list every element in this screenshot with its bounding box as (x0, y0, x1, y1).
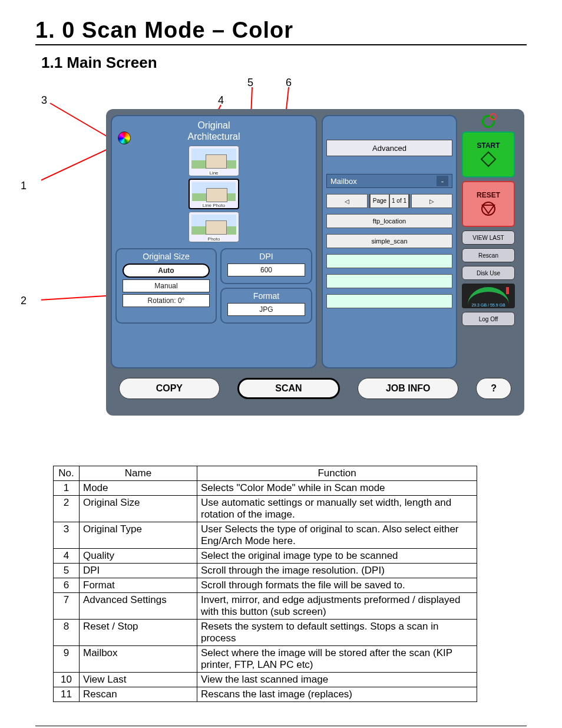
table-row: 1ModeSelects "Color Mode" while in Scan … (54, 481, 477, 496)
cell-func: Selects "Color Mode" while in Scan mode (197, 481, 477, 496)
callout-4: 4 (218, 94, 224, 107)
status-ring-icon (482, 115, 495, 128)
dpi-value-button[interactable]: 600 (227, 263, 305, 276)
start-button[interactable]: START (462, 131, 515, 177)
bottom-nav: COPY SCAN JOB INFO ? (111, 374, 520, 403)
mailbox-collapse-icon[interactable]: - (437, 176, 448, 186)
rotation-button[interactable]: Rotation: 0° (123, 294, 210, 307)
quality-thumbs: Line Line Photo Photo (115, 146, 312, 242)
cell-name: Mailbox (80, 646, 197, 673)
start-icon (480, 151, 497, 167)
callout-2: 2 (21, 295, 27, 307)
thumb-line-photo[interactable]: Line Photo (189, 179, 239, 209)
disk-gauge: 29.3 GB / 55.9 GB (462, 284, 515, 308)
cell-name: Mode (80, 481, 197, 496)
cell-name: Rescan (80, 687, 197, 702)
th-no: No. (54, 466, 80, 481)
table-row: 4QualitySelect the original image type t… (54, 549, 477, 564)
annotated-screenshot: 5 6 3 4 7 1 8 9 10 2 11 (41, 77, 527, 430)
cell-no: 4 (54, 549, 80, 564)
original-size-title: Original Size (120, 252, 212, 261)
table-row: 2Original SizeUse automatic settings or … (54, 496, 477, 522)
dpi-title: DPI (225, 252, 308, 261)
cell-func: Select where the image will be stored af… (197, 646, 477, 673)
thumb-photo[interactable]: Photo (189, 212, 239, 242)
mailbox-title: Mailbox (330, 177, 357, 186)
th-func: Function (197, 466, 477, 481)
nav-copy-button[interactable]: COPY (119, 378, 220, 399)
format-title: Format (225, 291, 308, 301)
mailbox-location-ftp[interactable]: ftp_location (326, 214, 452, 228)
side-button-column: START RESET VIEW LAST Rescan Disk Use 29… (462, 115, 515, 368)
cell-func: Use automatic settings or manually set w… (197, 496, 477, 522)
cell-name: Format (80, 578, 197, 593)
rescan-button[interactable]: Rescan (462, 248, 515, 262)
mailbox-header[interactable]: Mailbox - (326, 174, 452, 188)
reset-button[interactable]: RESET (462, 181, 515, 227)
table-row: 7Advanced SettingsInvert, mirror, and ed… (54, 593, 477, 620)
mailbox-pager: ◁ Page 1 of 1 ▷ (326, 194, 452, 208)
cell-no: 7 (54, 593, 80, 620)
cell-no: 11 (54, 687, 80, 702)
cell-name: Quality (80, 549, 197, 564)
original-title-2: Architectural (115, 131, 312, 142)
original-panel: Original Architectural Line Line Photo P… (111, 115, 317, 368)
page-prev-button[interactable]: ◁ (326, 194, 368, 208)
advanced-button[interactable]: Advanced (326, 140, 452, 156)
cell-func: Scroll through formats the file will be … (197, 578, 477, 593)
table-row: 5DPIScroll through the image resolution.… (54, 564, 477, 578)
cell-no: 9 (54, 646, 80, 673)
nav-help-button[interactable]: ? (476, 378, 511, 399)
cell-no: 8 (54, 620, 80, 646)
table-row: 8Reset / StopResets the system to defaul… (54, 620, 477, 646)
mailbox-location-simple[interactable]: simple_scan (326, 234, 452, 248)
cell-no: 5 (54, 564, 80, 578)
svg-marker-26 (482, 205, 494, 213)
table-row: 3Original TypeUser Selects the type of o… (54, 522, 477, 549)
nav-scan-button[interactable]: SCAN (237, 378, 340, 399)
cell-func: Rescans the last image (replaces) (197, 687, 477, 702)
callout-1: 1 (21, 180, 27, 192)
color-mode-icon[interactable] (118, 131, 131, 144)
mailbox-location-empty-3[interactable] (326, 294, 452, 308)
cell-no: 10 (54, 673, 80, 687)
cell-name: View Last (80, 673, 197, 687)
callout-5: 5 (247, 77, 253, 89)
section-heading: 1.1 Main Screen (41, 54, 527, 72)
page-next-button[interactable]: ▷ (411, 194, 452, 208)
thumb-line[interactable]: Line (189, 146, 239, 176)
cell-no: 6 (54, 578, 80, 593)
view-last-button[interactable]: VIEW LAST (462, 230, 515, 245)
format-value-button[interactable]: JPG (227, 303, 305, 316)
cell-func: Select the original image type to be sca… (197, 549, 477, 564)
disk-use-button[interactable]: Disk Use (462, 266, 515, 280)
size-manual-button[interactable]: Manual (123, 279, 210, 292)
cell-func: Invert, mirror, and edge adjustments pre… (197, 593, 477, 620)
dpi-panel: DPI 600 (220, 248, 312, 284)
original-title-1: Original (115, 120, 312, 131)
cell-func: Scroll through the image resolution. (DP… (197, 564, 477, 578)
th-name: Name (80, 466, 197, 481)
page-title: 1. 0 Scan Mode – Color (35, 18, 527, 45)
nav-jobinfo-button[interactable]: JOB INFO (358, 378, 458, 399)
format-panel: Format JPG (220, 288, 312, 324)
cell-func: User Selects the type of original to sca… (197, 522, 477, 549)
mailbox-panel: Advanced Mailbox - ◁ Page 1 of 1 ▷ ftp_l (322, 115, 457, 368)
size-auto-button[interactable]: Auto (123, 263, 210, 278)
cell-func: View the last scanned image (197, 673, 477, 687)
cell-func: Resets the system to default settings. S… (197, 620, 477, 646)
table-row: 11RescanRescans the last image (replaces… (54, 687, 477, 702)
mailbox-location-empty-2[interactable] (326, 274, 452, 288)
svg-marker-24 (481, 152, 495, 166)
table-row: 6FormatScroll through formats the file w… (54, 578, 477, 593)
cell-name: Reset / Stop (80, 620, 197, 646)
mailbox-location-empty-1[interactable] (326, 254, 452, 268)
original-size-panel: Original Size Auto Manual Rotation: 0° (115, 248, 217, 324)
cell-name: Original Size (80, 496, 197, 522)
reference-table: No. Name Function 1ModeSelects "Color Mo… (53, 466, 477, 702)
page-indicator: Page 1 of 1 (369, 194, 410, 208)
log-off-button[interactable]: Log Off (462, 312, 515, 326)
reset-icon (480, 200, 497, 217)
cell-name: DPI (80, 564, 197, 578)
table-row: 10View LastView the last scanned image (54, 673, 477, 687)
